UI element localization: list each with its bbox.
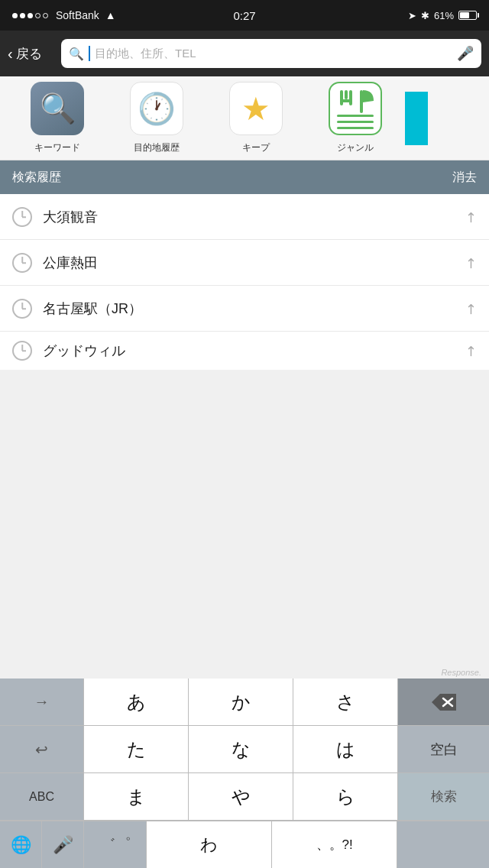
history-text-0: 大須観音: [43, 208, 455, 226]
key-wa[interactable]: わ: [147, 821, 272, 868]
key-dakuten[interactable]: ゛゜: [84, 821, 147, 868]
keyword-label: キーワード: [34, 141, 80, 154]
clock-hour-2: [22, 308, 26, 309]
key-bottom-right[interactable]: [397, 821, 489, 868]
clock-icon-1: [12, 253, 32, 273]
svg-rect-5: [337, 115, 374, 117]
history-text-3: グッドウィル: [43, 342, 455, 360]
genre-svg: [334, 87, 377, 130]
dot-1: [12, 13, 18, 18]
clear-button[interactable]: 消去: [452, 170, 477, 186]
arrow-icon-2: ↗: [461, 298, 481, 318]
clock-hour-0: [22, 216, 26, 218]
category-genre[interactable]: ジャンル: [306, 76, 405, 160]
svg-rect-7: [337, 127, 374, 129]
search-icon: 🔍: [69, 47, 84, 61]
history-label: 目的地履歴: [134, 141, 180, 154]
signal-dots: [12, 13, 48, 18]
svg-rect-3: [340, 99, 352, 102]
carrier-label: SoftBank: [56, 9, 99, 21]
category-keep[interactable]: ★ キープ: [206, 76, 306, 160]
arrow-icon-1: ↗: [461, 252, 481, 272]
key-sa[interactable]: さ: [293, 679, 397, 725]
key-a[interactable]: あ: [84, 679, 189, 725]
battery-percent: 61%: [434, 10, 454, 21]
history-icon: 🕐: [138, 91, 176, 127]
bluetooth-icon: ✱: [421, 10, 429, 21]
history-icon-box: 🕐: [130, 82, 183, 135]
dot-5: [43, 13, 48, 18]
key-backspace[interactable]: [397, 679, 489, 726]
search-placeholder: 目的地、住所、TEL: [95, 47, 196, 61]
keep-icon-box: ★: [229, 82, 283, 135]
clock-hour-1: [22, 262, 26, 264]
key-ra[interactable]: ら: [293, 773, 397, 820]
history-list: 大須観音 ↗ 公庫熱田 ↗ 名古屋駅（JR） ↗ グッドウィル ↗: [0, 194, 489, 370]
category-bar: 🔍 キーワード 🕐 目的地履歴 ★ キープ: [0, 76, 489, 160]
genre-label: ジャンル: [337, 141, 374, 154]
history-text-2: 名古屋駅（JR）: [43, 300, 455, 318]
dot-3: [28, 13, 33, 18]
svg-rect-6: [337, 121, 374, 123]
status-right: ➤ ✱ 61%: [408, 10, 477, 21]
key-mic[interactable]: 🎤: [42, 821, 84, 868]
keyboard: → ↩ ABC あ か さ た な は ま や ら: [0, 679, 489, 868]
key-ka[interactable]: か: [189, 679, 293, 725]
back-label: 戻る: [16, 45, 42, 63]
category-extra[interactable]: [405, 76, 428, 160]
keyword-icon: 🔍: [40, 92, 76, 125]
mic-icon[interactable]: 🎤: [457, 45, 474, 62]
keep-label: キープ: [242, 141, 270, 154]
history-text-1: 公庫熱田: [43, 254, 455, 272]
key-undo[interactable]: ↩: [0, 726, 84, 773]
back-chevron-icon: ‹: [8, 45, 13, 63]
history-item-2[interactable]: 名古屋駅（JR） ↗: [0, 286, 489, 332]
section-header: 検索履歴 消去: [0, 160, 489, 194]
back-button[interactable]: ‹ 戻る: [8, 45, 53, 63]
status-time: 0:27: [233, 9, 255, 22]
key-abc[interactable]: ABC: [0, 773, 84, 821]
history-item-1[interactable]: 公庫熱田 ↗: [0, 240, 489, 286]
history-item-0[interactable]: 大須観音 ↗: [0, 194, 489, 240]
key-globe[interactable]: 🌐: [0, 821, 42, 868]
status-bar: SoftBank ▲ 0:27 ➤ ✱ 61%: [0, 0, 489, 31]
genre-icon-box: [329, 82, 382, 135]
search-cursor: [89, 46, 90, 61]
keyword-icon-box: 🔍: [31, 82, 84, 135]
svg-rect-0: [340, 90, 343, 105]
key-ha[interactable]: は: [293, 726, 397, 772]
key-na[interactable]: な: [189, 726, 293, 772]
key-punctuation[interactable]: 、。?!: [272, 821, 397, 868]
arrow-icon-0: ↗: [461, 206, 481, 226]
keep-icon: ★: [241, 90, 270, 128]
arrow-icon-3: ↗: [461, 341, 481, 361]
key-search[interactable]: 検索: [397, 773, 489, 821]
svg-rect-4: [360, 90, 363, 113]
key-arrow-right[interactable]: →: [0, 679, 84, 726]
clock-icon-2: [12, 299, 32, 319]
nav-bar: ‹ 戻る 🔍 目的地、住所、TEL 🎤: [0, 31, 489, 76]
battery-icon: [458, 11, 477, 20]
wifi-icon: ▲: [105, 9, 116, 21]
battery-fill: [460, 12, 469, 18]
location-icon: ➤: [408, 10, 416, 21]
dot-4: [35, 13, 40, 18]
section-title: 検索履歴: [12, 170, 61, 186]
svg-rect-1: [345, 90, 348, 99]
clock-icon-0: [12, 207, 32, 227]
dot-2: [20, 13, 25, 18]
category-keyword[interactable]: 🔍 キーワード: [8, 76, 107, 160]
key-ya[interactable]: や: [189, 773, 293, 820]
history-item-3[interactable]: グッドウィル ↗: [0, 332, 489, 370]
search-bar[interactable]: 🔍 目的地、住所、TEL 🎤: [61, 39, 481, 68]
watermark: Response.: [441, 668, 481, 677]
battery-shape: [458, 11, 477, 20]
key-ta[interactable]: た: [84, 726, 189, 772]
key-ma[interactable]: ま: [84, 773, 189, 820]
clock-icon-3: [12, 341, 32, 361]
svg-rect-2: [349, 90, 352, 105]
backspace-icon: [430, 692, 458, 712]
category-history[interactable]: 🕐 目的地履歴: [107, 76, 206, 160]
clock-hour-3: [22, 350, 26, 351]
key-space[interactable]: 空白: [397, 726, 489, 773]
